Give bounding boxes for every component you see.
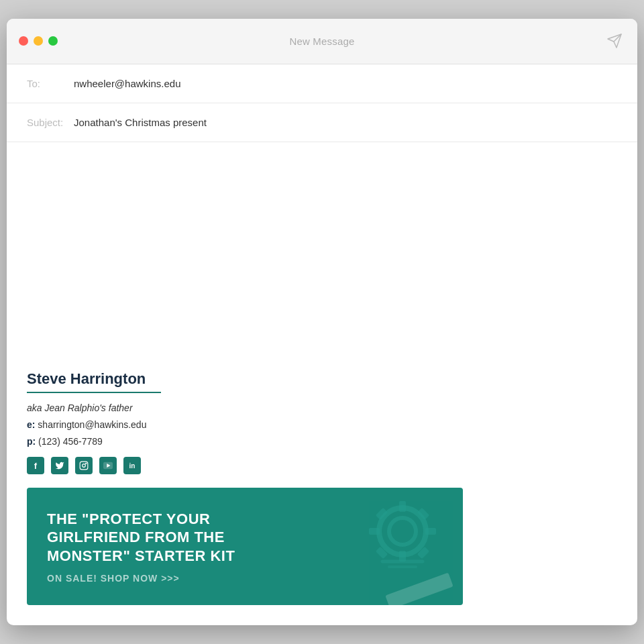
svg-point-3 — [83, 464, 86, 468]
subject-field-row: Subject: Jonathan's Christmas present — [7, 103, 637, 142]
social-icons-row: f in — [27, 457, 617, 474]
svg-point-4 — [86, 463, 87, 464]
signature-phone-line: p: (123) 456-7789 — [27, 433, 617, 450]
instagram-svg — [79, 461, 89, 470]
signature-email: sharrington@hawkins.edu — [38, 419, 146, 430]
send-button[interactable] — [604, 30, 625, 52]
email-label: e: — [27, 419, 35, 430]
gear-decoration — [362, 494, 443, 575]
youtube-icon[interactable] — [99, 457, 117, 474]
signature-divider — [27, 392, 161, 393]
signature-block: Steve Harrington aka Jean Ralphio's fath… — [7, 370, 637, 626]
phone-label: p: — [27, 436, 36, 447]
bat-decoration — [385, 573, 453, 605]
subject-value[interactable]: Jonathan's Christmas present — [74, 117, 207, 128]
to-value[interactable]: nwheeler@hawkins.edu — [74, 78, 181, 89]
email-compose-window: New Message To: nwheeler@hawkins.edu Sub… — [7, 19, 637, 626]
instagram-icon[interactable] — [75, 457, 93, 474]
banner-cta: ON SALE! SHOP NOW >>> — [47, 573, 288, 584]
signature-tagline: aka Jean Ralphio's father — [27, 400, 617, 417]
banner-image — [315, 488, 463, 605]
minimize-button[interactable] — [34, 36, 43, 46]
email-body[interactable] — [7, 142, 637, 370]
subject-label: Subject: — [27, 117, 74, 128]
svg-rect-9 — [399, 501, 406, 512]
signature-phone: (123) 456-7789 — [38, 436, 103, 447]
window-title: New Message — [289, 36, 354, 47]
window-controls — [19, 36, 58, 46]
twitter-svg — [55, 461, 64, 470]
promo-banner[interactable]: THE "PROTECT YOUR GIRLFRIEND FROM THE MO… — [27, 488, 463, 605]
to-field-row: To: nwheeler@hawkins.edu — [7, 64, 637, 103]
maximize-button[interactable] — [48, 36, 58, 46]
svg-rect-12 — [425, 528, 436, 535]
title-bar: New Message — [7, 19, 637, 64]
linkedin-icon[interactable]: in — [123, 457, 141, 474]
close-button[interactable] — [19, 36, 28, 46]
svg-rect-11 — [369, 528, 380, 535]
banner-headline: THE "PROTECT YOUR GIRLFRIEND FROM THE MO… — [47, 510, 288, 566]
signature-name: Steve Harrington — [27, 370, 617, 388]
svg-rect-2 — [80, 462, 88, 470]
banner-text: THE "PROTECT YOUR GIRLFRIEND FROM THE MO… — [47, 510, 288, 584]
youtube-svg — [103, 462, 113, 470]
svg-point-8 — [389, 518, 416, 545]
twitter-icon[interactable] — [51, 457, 68, 474]
signature-email-line: e: sharrington@hawkins.edu — [27, 417, 617, 433]
facebook-icon[interactable]: f — [27, 457, 44, 474]
svg-point-7 — [379, 508, 426, 555]
send-icon — [606, 33, 623, 49]
to-label: To: — [27, 78, 74, 89]
